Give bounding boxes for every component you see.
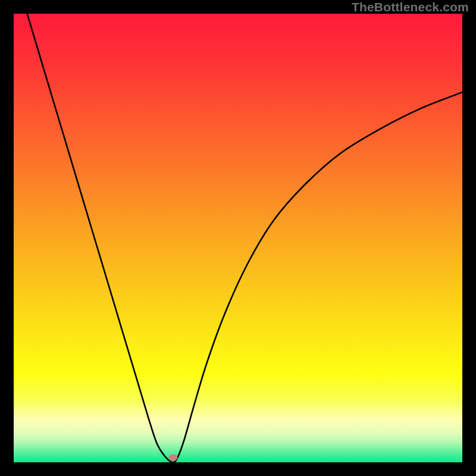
bottleneck-curve: [14, 14, 462, 462]
minimum-marker: [168, 455, 177, 461]
watermark-text: TheBottleneck.com: [352, 0, 469, 14]
chart-frame: TheBottleneck.com: [0, 0, 476, 476]
plot-area: [14, 14, 462, 462]
